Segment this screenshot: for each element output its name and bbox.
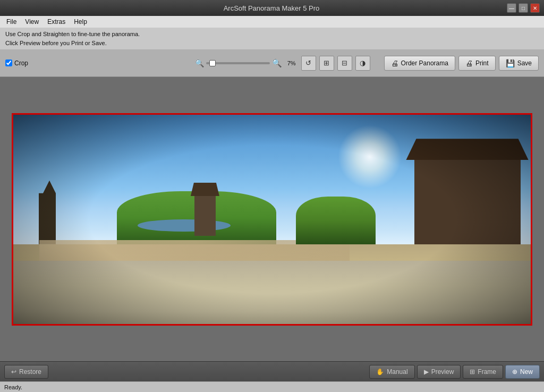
building-left — [13, 181, 56, 244]
tree-group — [117, 191, 276, 244]
status-bar: Ready. — [0, 381, 544, 392]
window-controls: — □ ✕ — [507, 3, 540, 13]
crop-label: Crop — [14, 59, 28, 67]
menu-view[interactable]: View — [21, 17, 43, 27]
new-button[interactable]: ⊕ New — [505, 365, 540, 379]
order-panorama-button[interactable]: 🖨 Order Panorama — [384, 56, 455, 71]
info-bar: Use Crop and Straighten to fine-tune the… — [0, 28, 544, 49]
info-line1: Use Crop and Straighten to fine-tune the… — [5, 30, 539, 39]
panorama-container — [12, 113, 532, 326]
menu-file[interactable]: File — [2, 17, 21, 27]
zoom-controls: 🔍 🔍 — [195, 58, 282, 68]
bottom-right: ✋ Manual ▶ Preview ⊞ Frame ⊕ New — [369, 365, 540, 379]
bottom-left: ↩ Restore — [4, 365, 48, 379]
app-title: ArcSoft Panorama Maker 5 Pro — [36, 4, 507, 12]
print-icon: 🖨 — [465, 59, 473, 67]
zoom-slider[interactable] — [206, 62, 270, 64]
ground — [13, 244, 531, 324]
grid-tool-button[interactable]: ⊟ — [337, 56, 352, 71]
zoom-percent-display: 7% — [287, 60, 296, 66]
save-button[interactable]: 💾 Save — [499, 56, 539, 71]
fence — [39, 240, 350, 265]
new-icon: ⊕ — [512, 368, 517, 376]
menu-bar: File View Extras Help — [0, 16, 544, 28]
rotate-tool-button[interactable]: ↺ — [301, 56, 316, 71]
zoom-out-icon[interactable]: 🔍 — [195, 59, 204, 67]
fit-tool-button[interactable]: ⊞ — [319, 56, 334, 71]
water — [138, 219, 231, 232]
print-button[interactable]: 🖨 Print — [458, 56, 496, 71]
building-center — [194, 193, 216, 236]
shadow — [191, 303, 229, 320]
building-right — [414, 155, 521, 261]
restore-icon: ↩ — [11, 368, 16, 376]
menu-help[interactable]: Help — [70, 17, 91, 27]
maximize-button[interactable]: □ — [518, 3, 528, 13]
save-icon: 💾 — [506, 59, 515, 67]
preview-icon: ▶ — [424, 368, 429, 376]
status-text: Ready. — [4, 384, 22, 390]
stone-path — [13, 261, 531, 323]
color-tool-button[interactable]: ◑ — [355, 56, 370, 71]
bottom-bar: ↩ Restore ✋ Manual ▶ Preview ⊞ Frame ⊕ N… — [0, 361, 544, 381]
preview-button[interactable]: ▶ Preview — [417, 365, 461, 379]
crop-checkbox[interactable] — [5, 59, 12, 66]
tree-right — [296, 197, 376, 244]
close-button[interactable]: ✕ — [530, 3, 540, 13]
panorama-image — [13, 115, 531, 324]
main-content — [0, 77, 544, 361]
info-line2: Click Preview before you Print or Save. — [5, 39, 539, 48]
frame-button[interactable]: ⊞ Frame — [463, 365, 503, 379]
restore-button[interactable]: ↩ Restore — [4, 365, 48, 379]
minimize-button[interactable]: — — [507, 3, 516, 13]
menu-extras[interactable]: Extras — [43, 17, 70, 27]
order-icon: 🖨 — [391, 59, 398, 67]
crop-checkbox-group: Crop — [5, 59, 28, 67]
sun-glow — [338, 125, 402, 189]
manual-button[interactable]: ✋ Manual — [369, 365, 414, 379]
manual-icon: ✋ — [376, 368, 384, 376]
action-buttons: 🖨 Order Panorama 🖨 Print 💾 Save — [384, 56, 539, 71]
frame-icon: ⊞ — [470, 368, 475, 376]
toolbar: Crop 🔍 🔍 7% ↺ ⊞ ⊟ ◑ 🖨 Order Panorama 🖨 P… — [0, 49, 544, 77]
zoom-in-icon[interactable]: 🔍 — [272, 58, 282, 68]
title-bar: ArcSoft Panorama Maker 5 Pro — □ ✕ — [0, 0, 544, 16]
